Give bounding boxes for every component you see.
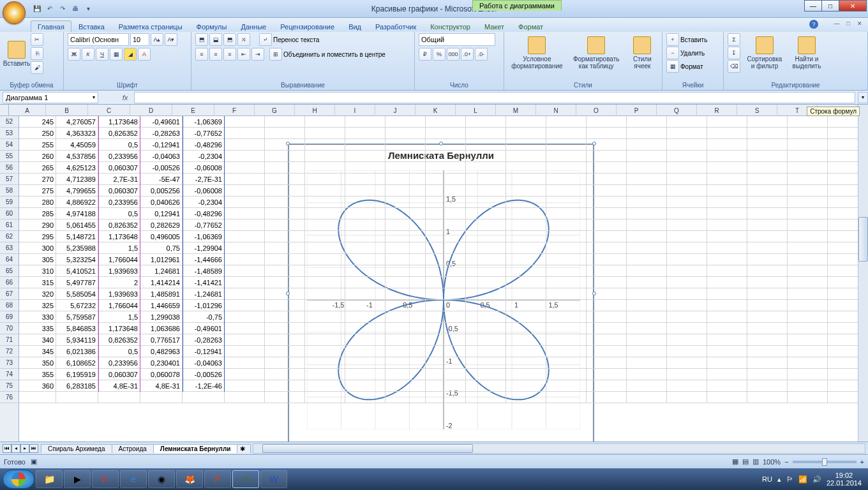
fx-icon[interactable]: fx bbox=[120, 93, 130, 103]
cell[interactable] bbox=[466, 174, 506, 185]
cell[interactable]: 5,148721 bbox=[56, 231, 98, 242]
view-normal-icon[interactable]: ▦ bbox=[732, 457, 738, 466]
align-left-icon[interactable]: ≡ bbox=[195, 48, 208, 61]
col-header-F[interactable]: F bbox=[214, 105, 255, 116]
cell[interactable] bbox=[385, 174, 426, 185]
row-header-76[interactable]: 76 bbox=[0, 392, 19, 403]
start-button[interactable] bbox=[3, 470, 34, 489]
cell[interactable]: 0,060078 bbox=[140, 369, 183, 380]
name-box[interactable]: Диаграмма 1▾ bbox=[3, 92, 98, 103]
cell[interactable] bbox=[828, 380, 858, 392]
cell[interactable] bbox=[506, 151, 546, 162]
cell[interactable] bbox=[828, 334, 858, 346]
cell[interactable]: 6,283185 bbox=[56, 380, 98, 392]
cell[interactable]: 325 bbox=[19, 300, 56, 311]
cell[interactable] bbox=[627, 254, 667, 265]
cell[interactable] bbox=[788, 208, 828, 219]
cell[interactable]: 4,625123 bbox=[56, 162, 98, 174]
align-bottom-icon[interactable]: ⬒ bbox=[223, 33, 236, 46]
cell[interactable] bbox=[305, 380, 345, 392]
cell[interactable]: -1,41421 bbox=[183, 277, 225, 288]
taskbar-kaspersky-icon[interactable]: K bbox=[92, 470, 119, 488]
cell[interactable]: 280 bbox=[19, 197, 56, 208]
cell[interactable] bbox=[265, 219, 305, 231]
cell[interactable] bbox=[305, 116, 345, 128]
cell[interactable] bbox=[466, 357, 506, 369]
cell[interactable] bbox=[667, 174, 707, 185]
cell[interactable] bbox=[225, 323, 265, 334]
cell[interactable] bbox=[426, 197, 466, 208]
cell[interactable]: 1,24681 bbox=[140, 265, 183, 277]
cell[interactable]: 245 bbox=[19, 116, 56, 128]
office-button[interactable] bbox=[3, 1, 26, 24]
cell[interactable] bbox=[506, 369, 546, 380]
cell[interactable] bbox=[667, 242, 707, 254]
cell[interactable] bbox=[345, 128, 385, 139]
cell[interactable] bbox=[747, 197, 788, 208]
cell[interactable]: 290 bbox=[19, 219, 56, 231]
macro-record-icon[interactable]: ▣ bbox=[31, 457, 37, 466]
cell[interactable] bbox=[627, 219, 667, 231]
cell[interactable] bbox=[426, 300, 466, 311]
cell[interactable] bbox=[385, 265, 426, 277]
orientation-icon[interactable]: ⤭ bbox=[237, 33, 250, 46]
cell[interactable] bbox=[788, 151, 828, 162]
cell[interactable] bbox=[345, 265, 385, 277]
cell[interactable] bbox=[345, 208, 385, 219]
row-header-75[interactable]: 75 bbox=[0, 380, 19, 392]
cell[interactable] bbox=[466, 208, 506, 219]
cell[interactable]: 0,826352 bbox=[98, 334, 140, 346]
cell[interactable] bbox=[828, 139, 858, 151]
sheet-nav-last-icon[interactable]: ⏭ bbox=[29, 444, 38, 453]
cell[interactable] bbox=[546, 185, 587, 197]
cell[interactable] bbox=[546, 151, 587, 162]
cell[interactable] bbox=[828, 208, 858, 219]
find-select-button[interactable]: Найти и выделить bbox=[786, 33, 827, 73]
cell[interactable] bbox=[225, 219, 265, 231]
cell[interactable] bbox=[828, 311, 858, 323]
font-color-icon[interactable]: A bbox=[138, 48, 151, 61]
cell[interactable]: 4,974188 bbox=[56, 208, 98, 219]
cell[interactable] bbox=[265, 300, 305, 311]
taskbar-ie-icon[interactable]: e bbox=[120, 470, 147, 488]
cell[interactable]: 4,8E-31 bbox=[98, 380, 140, 392]
row-header-68[interactable]: 68 bbox=[0, 300, 19, 311]
row-header-54[interactable]: 54 bbox=[0, 139, 19, 151]
sheet-tab-3[interactable]: Лемниската Бернулли bbox=[153, 444, 238, 453]
cell[interactable] bbox=[788, 300, 828, 311]
cell[interactable] bbox=[667, 300, 707, 311]
cell[interactable] bbox=[667, 392, 707, 403]
cell[interactable] bbox=[546, 369, 587, 380]
cell[interactable] bbox=[747, 300, 788, 311]
cell[interactable] bbox=[506, 380, 546, 392]
cell[interactable] bbox=[627, 392, 667, 403]
cell[interactable] bbox=[265, 128, 305, 139]
cell[interactable] bbox=[707, 208, 747, 219]
col-header-N[interactable]: N bbox=[536, 105, 576, 116]
cell[interactable] bbox=[546, 116, 587, 128]
cell[interactable]: -0,04063 bbox=[183, 357, 225, 369]
cell[interactable] bbox=[19, 392, 56, 403]
cell[interactable]: 355 bbox=[19, 369, 56, 380]
minimize-button[interactable]: — bbox=[804, 0, 822, 11]
cell[interactable] bbox=[345, 311, 385, 323]
col-header-C[interactable]: C bbox=[88, 105, 130, 116]
cell[interactable] bbox=[426, 151, 466, 162]
tab-insert[interactable]: Вставка bbox=[71, 20, 112, 32]
cell[interactable] bbox=[788, 311, 828, 323]
cell[interactable] bbox=[587, 254, 627, 265]
cell[interactable]: 0,5 bbox=[98, 346, 140, 357]
cell[interactable] bbox=[466, 323, 506, 334]
cell[interactable]: -0,12941 bbox=[140, 139, 183, 151]
cell[interactable]: 6,108652 bbox=[56, 357, 98, 369]
cell[interactable] bbox=[587, 288, 627, 300]
cell[interactable] bbox=[747, 242, 788, 254]
cell[interactable] bbox=[788, 254, 828, 265]
cell[interactable]: 305 bbox=[19, 254, 56, 265]
zoom-in-icon[interactable]: + bbox=[860, 458, 864, 466]
cell[interactable] bbox=[305, 197, 345, 208]
cell[interactable]: -0,77652 bbox=[183, 128, 225, 139]
cell[interactable] bbox=[385, 116, 426, 128]
row-header-70[interactable]: 70 bbox=[0, 323, 19, 334]
cell[interactable] bbox=[707, 311, 747, 323]
